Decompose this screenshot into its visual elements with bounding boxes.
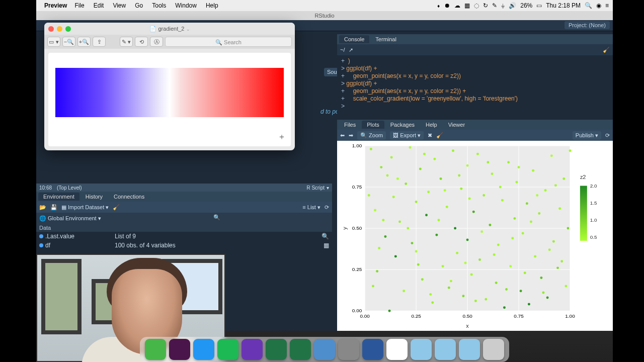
dock-app-0[interactable] <box>145 339 166 360</box>
timemachine-icon[interactable]: ↻ <box>483 2 488 9</box>
close-icon[interactable] <box>48 26 54 32</box>
evernote-icon[interactable]: ✎ <box>492 2 497 9</box>
env-search-input[interactable]: 🔍 <box>105 214 329 222</box>
dock-app-2[interactable] <box>193 339 214 360</box>
clear-console-icon[interactable]: 🧹 <box>603 47 610 53</box>
dock[interactable] <box>36 331 613 362</box>
dock-app-3[interactable] <box>217 339 238 360</box>
rotate-button[interactable]: ⟲ <box>135 37 148 47</box>
app-name[interactable]: Preview <box>44 2 67 9</box>
clock[interactable]: Thu 2:18 PM <box>546 2 581 9</box>
zoom-out-button[interactable]: −🔍 <box>62 37 75 47</box>
project-menu[interactable]: Project: (None) <box>565 21 610 29</box>
console-output[interactable]: + )> ggplot(df) ++ geom_point(aes(x = x,… <box>337 55 613 120</box>
tab-terminal[interactable]: Terminal <box>370 35 401 43</box>
dock-app-14[interactable] <box>483 339 504 360</box>
menu-view[interactable]: View <box>108 2 130 9</box>
publish-button[interactable]: Publish ▾ <box>573 131 601 140</box>
preview-titlebar[interactable]: 📄 gradient_2 ⌄ <box>44 23 295 35</box>
notifications-icon[interactable]: ≡ <box>605 2 609 9</box>
screencast-icon[interactable]: ⏺ <box>444 2 450 9</box>
svg-point-104 <box>480 230 483 233</box>
plots-toolbar: ⬅ ➡ 🔍 Zoom 🖼 Export ▾ ✖ 🧹 Publish ▾ ⟳ <box>337 130 613 141</box>
svg-text:1.00: 1.00 <box>352 143 362 148</box>
dock-app-11[interactable] <box>411 339 432 360</box>
load-icon[interactable]: 📂 <box>39 204 46 211</box>
fullscreen-icon[interactable] <box>65 26 71 32</box>
zoom-in-button[interactable]: +🔍 <box>77 37 91 47</box>
dock-app-5[interactable] <box>266 339 287 360</box>
dock-app-10[interactable] <box>386 339 408 360</box>
tab-plots[interactable]: Plots <box>362 121 384 129</box>
tab-files[interactable]: Files <box>339 121 361 129</box>
dock-app-6[interactable] <box>290 339 311 360</box>
dock-app-8[interactable] <box>338 339 359 360</box>
tab-console[interactable]: Console <box>339 35 369 43</box>
tab-history[interactable]: History <box>80 193 108 201</box>
mac-menubar[interactable]: Preview File Edit View Go Tools Window H… <box>36 0 613 11</box>
env-row-lastvalue[interactable]: .Last.value List of 9 🔍 <box>36 232 332 241</box>
wifi-icon[interactable]: ⏚ <box>501 2 505 9</box>
goto-dir-icon[interactable]: ➚ <box>349 47 353 53</box>
zoom-button[interactable]: 🔍 Zoom <box>357 131 386 140</box>
scope-selector[interactable]: 🌐 Global Environment ▾ <box>39 215 101 222</box>
refresh-plot-icon[interactable]: ⟳ <box>605 132 610 139</box>
dock-app-1[interactable] <box>169 339 190 360</box>
rstudio-window-title: RStudio <box>36 11 613 20</box>
clear-plots-icon[interactable]: 🧹 <box>436 132 443 139</box>
svg-point-56 <box>466 239 469 241</box>
highlight-button[interactable]: ✎ ▾ <box>120 37 133 47</box>
refresh-icon[interactable]: ⟳ <box>325 204 329 211</box>
tab-connections[interactable]: Connections <box>109 193 149 201</box>
menu-tools[interactable]: Tools <box>147 2 171 9</box>
import-dataset-button[interactable]: ▦ Import Dataset ▾ <box>61 204 109 211</box>
plot-next-icon[interactable]: ➡ <box>349 132 353 139</box>
minimize-icon[interactable] <box>57 26 62 32</box>
tab-environment[interactable]: Environment <box>38 193 79 201</box>
svg-point-60 <box>478 258 481 261</box>
env-view-mode[interactable]: ≡ List ▾ <box>302 204 320 211</box>
volume-icon[interactable]: 🔊 <box>509 2 516 9</box>
dock-app-9[interactable] <box>362 339 383 360</box>
tab-packages[interactable]: Packages <box>385 121 420 129</box>
preview-window[interactable]: 📄 gradient_2 ⌄ ▭ ▾ −🔍 +🔍 ⇪ ✎ ▾ ⟲ Ⓐ 🔍 Sea… <box>44 23 295 150</box>
add-page-icon[interactable]: ＋ <box>278 132 286 142</box>
svg-point-113 <box>536 194 538 197</box>
menu-file[interactable]: File <box>70 2 89 9</box>
remove-plot-icon[interactable]: ✖ <box>428 132 432 139</box>
dropbox-icon[interactable]: ⬧ <box>437 2 440 9</box>
export-button[interactable]: 🖼 Export ▾ <box>390 131 424 140</box>
svg-point-120 <box>382 219 384 221</box>
save-icon[interactable]: 💾 <box>50 204 57 211</box>
menu-go[interactable]: Go <box>130 2 147 9</box>
battery-icon[interactable]: ▭ <box>536 2 542 9</box>
view-mode-button[interactable]: ▭ ▾ <box>47 37 60 47</box>
inspect-icon[interactable]: 🔍 <box>321 233 329 240</box>
cloud-icon[interactable]: ☁ <box>454 2 460 9</box>
dock-app-12[interactable] <box>435 339 456 360</box>
svg-point-87 <box>562 177 565 180</box>
dock-app-7[interactable] <box>314 339 335 360</box>
tab-help[interactable]: Help <box>421 121 442 129</box>
sync-icon[interactable]: ◌ <box>474 2 479 9</box>
broom-icon[interactable]: 🧹 <box>113 204 120 211</box>
dock-app-4[interactable] <box>242 339 263 360</box>
menu-extra-icon[interactable]: ▦ <box>464 2 470 9</box>
grid-icon[interactable]: ▦ <box>324 242 329 249</box>
siri-icon[interactable]: ◉ <box>596 2 601 9</box>
filetype-dropdown-icon[interactable]: ▾ <box>327 185 329 191</box>
share-button[interactable]: ⇪ <box>93 37 106 47</box>
spotlight-icon[interactable]: 🔍 <box>585 2 592 9</box>
markup-button[interactable]: Ⓐ <box>150 37 163 47</box>
menu-window[interactable]: Window <box>171 2 201 9</box>
menu-help[interactable]: Help <box>201 2 223 9</box>
battery-percent[interactable]: 26% <box>520 2 532 9</box>
preview-search-input[interactable]: 🔍 Search <box>165 37 292 47</box>
svg-point-39 <box>419 167 422 170</box>
svg-point-42 <box>427 191 430 193</box>
dock-app-13[interactable] <box>459 339 480 360</box>
plot-prev-icon[interactable]: ⬅ <box>340 132 345 139</box>
tab-viewer[interactable]: Viewer <box>443 121 470 129</box>
menu-edit[interactable]: Edit <box>89 2 109 9</box>
env-row-df[interactable]: df 100 obs. of 4 variables ▦ <box>36 241 332 250</box>
